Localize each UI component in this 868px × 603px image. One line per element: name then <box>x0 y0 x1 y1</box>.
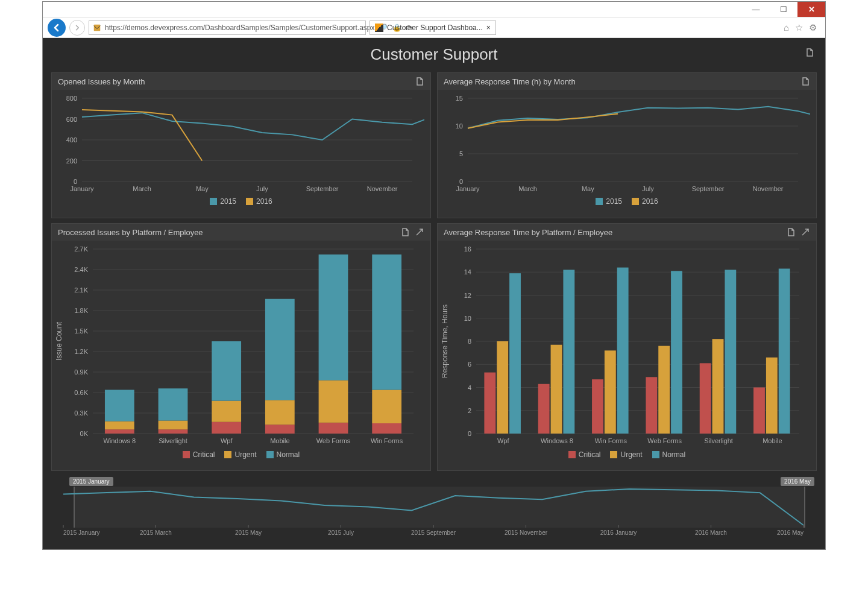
svg-text:2016 March: 2016 March <box>695 529 727 536</box>
panel-header: Processed Issues by Platform / Employee <box>52 224 430 241</box>
svg-text:Response Time, Hours: Response Time, Hours <box>441 305 449 378</box>
legend-item[interactable]: Critical <box>183 450 215 459</box>
panel-title: Opened Issues by Month <box>58 77 145 86</box>
svg-text:0: 0 <box>468 430 471 437</box>
svg-text:July: July <box>256 185 268 192</box>
chart-response-time-month: 051015JanuaryMarchMayJulySeptemberNovemb… <box>438 90 816 212</box>
settings-icon[interactable]: ⚙ <box>809 22 817 33</box>
legend-item[interactable]: Critical <box>568 450 601 459</box>
address-bar[interactable]: https://demos.devexpress.com/DashboardSa… <box>89 21 366 35</box>
home-icon[interactable]: ⌂ <box>784 22 789 33</box>
legend-swatch <box>568 451 576 458</box>
svg-rect-74 <box>372 254 401 390</box>
svg-text:0K: 0K <box>80 430 89 437</box>
svg-text:September: September <box>306 185 339 192</box>
panel-response-platform: Average Response Time by Platform / Empl… <box>437 223 817 471</box>
svg-rect-97 <box>509 273 521 434</box>
legend-label: Normal <box>277 450 300 459</box>
svg-rect-116 <box>766 358 778 434</box>
range-end-handle[interactable]: 2016 May <box>781 477 814 486</box>
svg-text:200: 200 <box>66 157 77 165</box>
window-close-button[interactable]: ✕ <box>797 2 825 17</box>
svg-text:800: 800 <box>66 95 77 102</box>
svg-text:2015 November: 2015 November <box>505 529 548 536</box>
svg-text:0.6K: 0.6K <box>74 389 88 396</box>
legend-swatch <box>266 451 274 458</box>
export-dashboard-icon[interactable] <box>805 48 814 57</box>
panel-header: Average Response Time (h) by Month <box>438 73 816 90</box>
svg-text:Web Forms: Web Forms <box>316 437 351 444</box>
chart-opened-issues: 0200400600800JanuaryMarchMayJulySeptembe… <box>52 90 430 212</box>
svg-rect-105 <box>617 268 629 434</box>
chart-legend: 20152016 <box>438 194 816 212</box>
legend-item[interactable]: Normal <box>266 450 300 459</box>
svg-text:10: 10 <box>464 315 471 322</box>
export-panel-icon[interactable] <box>415 77 424 86</box>
svg-text:Wpf: Wpf <box>221 437 233 444</box>
panel-response-month: Average Response Time (h) by Month 05101… <box>437 72 817 218</box>
svg-text:January: January <box>70 185 94 192</box>
window-maximize-button[interactable]: ☐ <box>770 2 797 17</box>
legend-swatch <box>183 451 190 458</box>
svg-text:0: 0 <box>459 178 463 185</box>
svg-text:Mobile: Mobile <box>763 437 782 444</box>
svg-text:May: May <box>196 185 209 192</box>
svg-text:November: November <box>753 185 784 192</box>
svg-text:May: May <box>582 185 594 192</box>
panel-header: Average Response Time by Platform / Empl… <box>438 224 816 241</box>
legend-item[interactable]: Urgent <box>610 450 642 459</box>
range-start-handle[interactable]: 2015 January <box>69 477 113 486</box>
svg-text:8: 8 <box>468 338 471 345</box>
svg-text:Win Forms: Win Forms <box>595 437 627 444</box>
legend-label: Critical <box>193 450 215 459</box>
expand-panel-icon[interactable] <box>415 227 424 237</box>
legend-item[interactable]: Normal <box>652 450 686 459</box>
svg-rect-107 <box>646 377 657 434</box>
svg-text:2: 2 <box>468 407 471 414</box>
favorites-icon[interactable]: ☆ <box>795 22 803 33</box>
svg-rect-53 <box>105 421 134 430</box>
dashboard-title: Customer Support <box>51 44 817 68</box>
back-button[interactable] <box>48 19 66 37</box>
export-panel-icon[interactable] <box>786 227 796 237</box>
svg-text:15: 15 <box>456 95 463 102</box>
svg-rect-62 <box>212 341 241 401</box>
forward-button[interactable] <box>69 20 85 36</box>
legend-item[interactable]: 2016 <box>632 197 658 206</box>
svg-text:2016 May: 2016 May <box>777 529 804 536</box>
svg-rect-0 <box>94 24 101 31</box>
window-titlebar: — ☐ ✕ <box>43 2 825 17</box>
svg-rect-119 <box>74 487 805 528</box>
dashboard: Customer Support Opened Issues by Month … <box>43 38 825 549</box>
legend-label: 2016 <box>642 197 658 206</box>
panel-title: Processed Issues by Platform / Employee <box>58 228 203 237</box>
legend-item[interactable]: 2016 <box>246 197 272 206</box>
svg-rect-115 <box>753 388 765 434</box>
svg-rect-101 <box>563 270 574 434</box>
svg-rect-117 <box>779 269 790 434</box>
svg-text:0.9K: 0.9K <box>74 368 88 376</box>
timeline-chart: 2015 January2015 March2015 May2015 July2… <box>57 478 811 536</box>
legend-item[interactable]: Urgent <box>224 450 256 459</box>
legend-swatch <box>610 451 617 458</box>
svg-text:2.4K: 2.4K <box>74 266 88 273</box>
browser-toolbar: https://demos.devexpress.com/DashboardSa… <box>43 17 825 38</box>
browser-menu: ⌂ ☆ ⚙ <box>784 22 820 33</box>
svg-rect-109 <box>671 271 682 434</box>
legend-swatch <box>210 198 217 205</box>
export-panel-icon[interactable] <box>800 77 810 86</box>
svg-text:March: March <box>518 185 537 192</box>
legend-item[interactable]: 2015 <box>210 197 236 206</box>
svg-text:Issue Count: Issue Count <box>55 321 63 361</box>
svg-text:Silverlight: Silverlight <box>159 437 187 444</box>
tab-close-button[interactable]: × <box>486 24 491 32</box>
svg-text:14: 14 <box>464 268 471 276</box>
export-panel-icon[interactable] <box>400 227 410 237</box>
window-minimize-button[interactable]: — <box>742 2 770 17</box>
browser-tab[interactable]: Customer Support Dashboa... × <box>370 21 496 35</box>
legend-item[interactable]: 2015 <box>596 197 622 206</box>
timeline-range-selector[interactable]: 2015 January 2016 May 2015 January2015 M… <box>51 476 817 541</box>
expand-panel-icon[interactable] <box>800 227 810 237</box>
svg-rect-95 <box>484 373 495 434</box>
svg-rect-65 <box>265 400 295 425</box>
